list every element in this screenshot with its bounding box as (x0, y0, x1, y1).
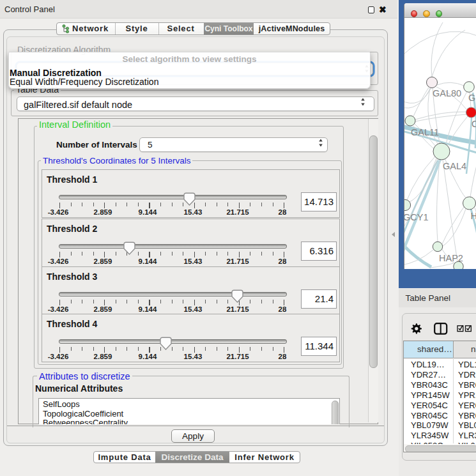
svg-text:GAL4: GAL4 (443, 161, 466, 171)
svg-text:GCY1: GCY1 (404, 212, 429, 222)
svg-text:C: C (472, 119, 476, 129)
svg-text:G.: G. (468, 93, 476, 103)
svg-text:GAL80: GAL80 (433, 88, 461, 98)
svg-text:GAL11: GAL11 (411, 127, 439, 137)
svg-text:HAP2: HAP2 (439, 253, 463, 263)
svg-text:H: H (471, 211, 476, 221)
